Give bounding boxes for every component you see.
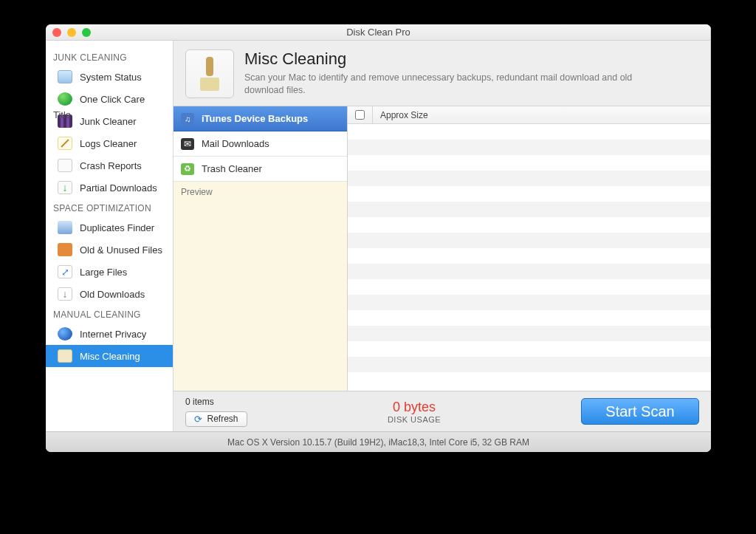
items-count: 0 items [185,397,247,407]
download-icon [58,181,72,194]
column-approx-size[interactable]: Approx Size [373,106,461,123]
minimize-icon[interactable] [67,28,76,37]
column-checkbox[interactable] [348,106,373,123]
category-itunes-backups[interactable]: iTunes Device Backups [173,106,347,131]
sidebar-item-label: Logs Cleaner [80,138,137,149]
traffic-lights [52,28,91,37]
window-title: Disk Clean Pro [46,27,711,38]
sidebar-item-duplicates-finder[interactable]: Duplicates Finder [46,216,173,239]
table-row [348,341,711,357]
sidebar-item-system-status[interactable]: System Status [46,66,173,88]
titlebar: Disk Clean Pro [46,24,711,41]
table-row [348,310,711,326]
sidebar-item-partial-downloads[interactable]: Partial Downloads [46,177,173,199]
table-row [348,279,711,295]
status-bar: Mac OS X Version 10.15.7 (Build 19H2), i… [46,431,711,452]
refresh-button[interactable]: Refresh [185,411,247,427]
brush-icon [199,57,221,91]
large-files-icon [58,265,72,278]
category-column: iTunes Device Backups Mail Downloads Tra… [173,106,348,391]
table-body [348,124,711,391]
box-icon [58,243,72,256]
category-trash-cleaner[interactable]: Trash Cleaner [173,157,347,182]
sidebar-item-internet-privacy[interactable]: Internet Privacy [46,323,173,345]
table-header: Title Approx Size [348,106,711,124]
table-row [348,233,711,248]
footer-bar: 0 items Refresh 0 bytes DISK USAGE Start… [173,391,711,431]
music-icon [181,113,194,125]
sidebar-item-crash-reports[interactable]: Crash Reports [46,154,173,177]
category-label: Mail Downloads [202,138,269,149]
main-header: Misc Cleaning Scan your Mac to identify … [173,41,711,106]
page-subtitle: Scan your Mac to identify and remove unn… [244,72,658,97]
table-row [348,155,711,171]
app-window: Disk Clean Pro JUNK CLEANING System Stat… [46,24,711,452]
junk-icon [58,114,72,128]
table-row [348,124,711,140]
category-label: Trash Cleaner [202,163,262,174]
sidebar-item-label: Junk Cleaner [80,116,137,127]
sidebar-item-label: Duplicates Finder [80,222,154,233]
sidebar-item-old-unused[interactable]: Old & Unused Files [46,239,173,261]
sidebar: JUNK CLEANING System Status One Click Ca… [46,41,173,431]
category-label: iTunes Device Backups [202,113,308,124]
status-text: Mac OS X Version 10.15.7 (Build 19H2), i… [227,437,529,448]
sidebar-item-junk-cleaner[interactable]: Junk Cleaner [46,110,173,132]
sidebar-item-label: Misc Cleaning [80,351,140,362]
globe-icon [58,327,72,340]
select-all-checkbox[interactable] [355,110,365,120]
table-row [348,140,711,155]
table-row [348,217,711,233]
sidebar-item-large-files[interactable]: Large Files [46,261,173,283]
table-row [348,171,711,186]
crash-icon [58,159,72,172]
category-mail-downloads[interactable]: Mail Downloads [173,131,347,157]
header-icon [185,49,234,98]
sidebar-item-label: Old & Unused Files [80,244,162,256]
refresh-label: Refresh [207,414,238,424]
preview-label: Preview [181,187,213,197]
disk-usage-label: DISK USAGE [247,415,581,424]
sidebar-item-one-click-care[interactable]: One Click Care [46,88,173,110]
start-scan-label: Start Scan [605,403,674,420]
preview-pane: Preview [173,182,347,391]
table-row [348,248,711,264]
disk-usage-bytes: 0 bytes [247,400,581,415]
page-title: Misc Cleaning [244,49,658,69]
zoom-icon[interactable] [82,28,91,37]
trash-icon [181,163,194,175]
sidebar-item-label: Internet Privacy [80,329,146,340]
table-row [348,186,711,202]
old-downloads-icon [58,287,72,301]
duplicates-icon [58,221,72,234]
sidebar-item-old-downloads[interactable]: Old Downloads [46,283,173,305]
sidebar-item-label: One Click Care [80,94,145,105]
sidebar-item-label: Old Downloads [80,289,145,300]
close-icon[interactable] [52,28,61,37]
table-row [348,264,711,279]
logs-icon [58,137,72,150]
sidebar-item-label: Large Files [80,267,127,278]
sidebar-item-label: Partial Downloads [80,182,157,194]
results-table: Title Approx Size [348,106,711,391]
main-panel: Misc Cleaning Scan your Mac to identify … [173,41,711,431]
sidebar-item-label: Crash Reports [80,160,142,171]
care-icon [58,92,72,106]
table-row [348,202,711,217]
table-row [348,357,711,372]
section-header-space: SPACE OPTIMIZATION [46,199,173,216]
sidebar-item-label: System Status [80,72,142,83]
sidebar-item-misc-cleaning[interactable]: Misc Cleaning [46,345,173,367]
sidebar-item-logs-cleaner[interactable]: Logs Cleaner [46,132,173,154]
section-header-junk: JUNK CLEANING [46,48,173,66]
broom-icon [58,349,72,363]
table-row [348,295,711,310]
mail-icon [181,138,194,150]
laptop-icon [58,70,72,83]
start-scan-button[interactable]: Start Scan [581,398,699,425]
section-header-manual: MANUAL CLEANING [46,305,173,323]
table-row [348,326,711,341]
